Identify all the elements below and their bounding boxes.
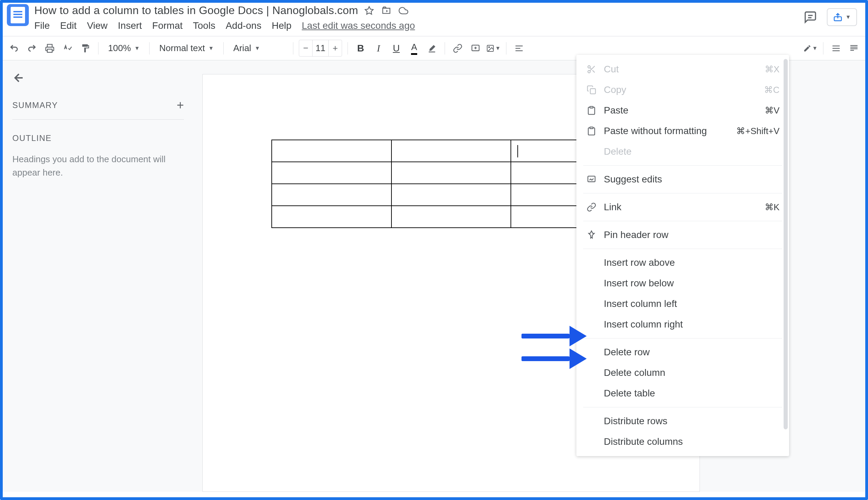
- comments-icon[interactable]: [803, 10, 817, 24]
- undo-button[interactable]: [7, 41, 21, 56]
- svg-line-24: [593, 70, 595, 72]
- cloud-icon[interactable]: [399, 6, 408, 15]
- outline-hint: Headings you add to the document will ap…: [12, 152, 177, 179]
- svg-rect-28: [590, 127, 593, 128]
- share-button[interactable]: ▼: [827, 8, 857, 26]
- ctx-insert-column-left[interactable]: Insert column left: [576, 294, 789, 314]
- bold-button[interactable]: B: [353, 41, 368, 56]
- svg-rect-4: [47, 49, 52, 52]
- paste-plain-icon: [586, 125, 597, 136]
- document-title[interactable]: How to add a column to tables in Google …: [34, 4, 358, 17]
- docs-logo[interactable]: [7, 4, 29, 26]
- menu-addons[interactable]: Add-ons: [226, 20, 261, 31]
- paste-icon: [586, 105, 597, 116]
- annotation-arrow-2: [521, 349, 587, 369]
- ctx-insert-row-above[interactable]: Insert row above: [576, 252, 789, 273]
- highlight-button[interactable]: [425, 41, 439, 56]
- font-size-decrease[interactable]: −: [299, 41, 312, 56]
- editing-mode-button[interactable]: ▼: [803, 41, 818, 56]
- font-size-value[interactable]: 11: [312, 40, 329, 56]
- print-button[interactable]: [43, 41, 57, 56]
- outline-label: OUTLINE: [12, 133, 183, 143]
- zoom-select[interactable]: 100%▼: [104, 40, 144, 56]
- svg-rect-26: [590, 89, 596, 94]
- ctx-insert-row-below[interactable]: Insert row below: [576, 273, 789, 294]
- add-comment-button[interactable]: [468, 41, 483, 56]
- text-color-button[interactable]: A: [407, 41, 421, 56]
- align-button[interactable]: [512, 41, 526, 56]
- svg-rect-29: [588, 176, 595, 182]
- svg-rect-27: [590, 106, 593, 108]
- back-arrow-icon[interactable]: [12, 71, 25, 84]
- menu-bar: File Edit View Insert Format Tools Add-o…: [34, 20, 861, 31]
- ctx-paste[interactable]: Paste ⌘V: [576, 100, 789, 121]
- paint-format-button[interactable]: [78, 41, 93, 56]
- outline-sidebar: SUMMARY + OUTLINE Headings you add to th…: [0, 60, 195, 492]
- ctx-copy[interactable]: Copy ⌘C: [576, 80, 789, 100]
- spellcheck-button[interactable]: [60, 41, 75, 56]
- svg-point-9: [488, 46, 489, 47]
- redo-button[interactable]: [25, 41, 39, 56]
- ctx-pin-header-row[interactable]: Pin header row: [576, 225, 789, 245]
- menu-view[interactable]: View: [87, 20, 108, 31]
- italic-button[interactable]: I: [371, 41, 386, 56]
- ctx-delete[interactable]: Delete: [576, 141, 789, 162]
- ctx-delete-table[interactable]: Delete table: [576, 383, 789, 404]
- copy-icon: [586, 84, 597, 95]
- menu-help[interactable]: Help: [272, 20, 292, 31]
- ctx-distribute-rows[interactable]: Distribute rows: [576, 411, 789, 431]
- ctx-delete-column[interactable]: Delete column: [576, 363, 789, 383]
- summary-label: SUMMARY: [12, 101, 58, 110]
- ctx-distribute-columns[interactable]: Distribute columns: [576, 431, 789, 452]
- font-select[interactable]: Arial▼: [229, 40, 288, 56]
- context-menu: Cut ⌘X Copy ⌘C Paste ⌘V Paste without fo…: [576, 55, 789, 456]
- menu-insert[interactable]: Insert: [118, 20, 142, 31]
- ctx-insert-column-right[interactable]: Insert column right: [576, 314, 789, 335]
- menu-tools[interactable]: Tools: [193, 20, 215, 31]
- ctx-delete-row[interactable]: Delete row: [576, 342, 789, 363]
- hide-menus-button[interactable]: [829, 41, 843, 56]
- chevron-down-icon: ▼: [845, 14, 851, 20]
- svg-line-25: [590, 68, 591, 69]
- menu-edit[interactable]: Edit: [60, 20, 77, 31]
- link-icon: [586, 202, 597, 213]
- star-icon[interactable]: [364, 6, 374, 15]
- last-edit-link[interactable]: Last edit was seconds ago: [302, 20, 415, 31]
- svg-marker-0: [365, 7, 373, 14]
- view-mode-button[interactable]: [847, 41, 861, 56]
- move-icon[interactable]: [382, 6, 391, 15]
- underline-button[interactable]: U: [389, 41, 404, 56]
- cut-icon: [586, 64, 597, 75]
- font-size-increase[interactable]: +: [329, 41, 342, 56]
- pin-icon: [586, 229, 597, 240]
- add-summary-button[interactable]: +: [177, 98, 184, 113]
- font-size-control: − 11 +: [299, 40, 342, 57]
- annotation-arrow-1: [521, 326, 587, 346]
- ctx-suggest-edits[interactable]: Suggest edits: [576, 169, 789, 190]
- menu-file[interactable]: File: [34, 20, 50, 31]
- svg-point-21: [588, 66, 590, 68]
- ctx-link[interactable]: Link ⌘K: [576, 197, 789, 217]
- ctx-paste-without-formatting[interactable]: Paste without formatting ⌘+Shift+V: [576, 121, 789, 141]
- svg-point-22: [588, 71, 590, 73]
- ctx-cut[interactable]: Cut ⌘X: [576, 59, 789, 80]
- insert-link-button[interactable]: [450, 41, 465, 56]
- insert-image-button[interactable]: ▼: [486, 41, 500, 56]
- menu-format[interactable]: Format: [152, 20, 183, 31]
- paragraph-style-select[interactable]: Normal text▼: [155, 40, 218, 56]
- header: How to add a column to tables in Google …: [0, 0, 868, 31]
- suggest-icon: [586, 174, 597, 185]
